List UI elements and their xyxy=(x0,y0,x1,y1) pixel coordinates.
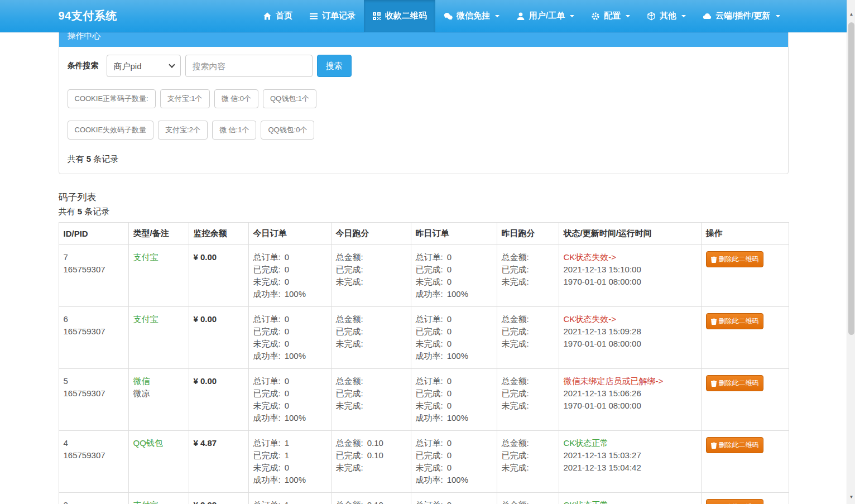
search-button[interactable]: 搜索 xyxy=(317,55,352,77)
cell-status-times: CK状态正常2021-12-13 14:53:23 xyxy=(559,493,701,504)
stat-label: 已完成: xyxy=(253,265,281,274)
nav-item-cloud[interactable]: 云端/插件/更新 xyxy=(694,0,788,32)
delete-qrcode-button[interactable]: 删除此二维码 xyxy=(706,313,763,329)
cookie-badge[interactable]: COOKIE正常码子数量: xyxy=(68,89,156,108)
stat-label: 总订单: xyxy=(253,500,281,504)
column-header: 昨日跑分 xyxy=(497,223,559,245)
stat-label: 已完成: xyxy=(336,388,363,398)
wechat-icon xyxy=(444,12,453,21)
cookie-badge[interactable]: COOKIE失效码子数量 xyxy=(68,121,154,140)
trash-icon xyxy=(710,380,717,387)
stat-value: 0 xyxy=(447,314,451,324)
cell-id-pid: 7165759307 xyxy=(59,245,128,307)
stat-label: 成功率: xyxy=(416,351,443,361)
stat-label: 总金额: xyxy=(336,500,363,504)
caret-down-icon xyxy=(776,15,780,17)
stat-label: 未完成: xyxy=(502,463,529,472)
delete-qrcode-button[interactable]: 删除此二维码 xyxy=(706,375,763,391)
cookie-badge[interactable]: 支付宝:2个 xyxy=(158,121,208,140)
update-time: 2021-12-13 15:06:26 xyxy=(564,387,697,400)
stat-value: 100% xyxy=(285,413,306,423)
cell-type-note: 支付宝 xyxy=(128,245,189,307)
stat-label: 总金额: xyxy=(502,376,529,386)
cookie-badge[interactable]: 支付宝:1个 xyxy=(160,89,210,108)
qrcode-icon xyxy=(372,12,381,21)
pay-type: 微信 xyxy=(133,375,184,387)
stat-value: 0 xyxy=(447,339,451,348)
status-text: CK状态失效-> xyxy=(564,313,697,325)
cookie-badge[interactable]: QQ钱包:1个 xyxy=(263,89,316,108)
cell-type-note: 微信微凉 xyxy=(128,369,189,431)
run-time: 1970-01-01 08:00:00 xyxy=(564,338,697,350)
nav-item-qrcode[interactable]: 收款二维码 xyxy=(364,0,435,32)
stat-line: 成功率:100% xyxy=(253,350,326,362)
update-time: 2021-12-13 15:10:00 xyxy=(564,263,697,276)
column-header: 今日跑分 xyxy=(331,223,411,245)
stat-label: 成功率: xyxy=(253,289,281,299)
cookie-badge[interactable]: 微 信:1个 xyxy=(212,121,256,140)
column-header: 类型/备注 xyxy=(128,223,189,245)
merchant-pid-select[interactable]: 商户pid xyxy=(107,55,181,77)
column-header: 今日订单 xyxy=(248,223,331,245)
stat-label: 总金额: xyxy=(336,252,363,262)
nav-item-qrcode-label: 收款二维码 xyxy=(385,11,427,21)
update-time: 2021-12-13 15:03:27 xyxy=(564,449,697,462)
stat-value: 100% xyxy=(285,289,306,299)
record-id: 7 xyxy=(64,251,124,263)
stat-label: 未完成: xyxy=(502,277,529,286)
trash-icon xyxy=(710,256,717,263)
stat-label: 已完成: xyxy=(416,388,443,398)
run-time: 1970-01-01 08:00:00 xyxy=(564,276,697,288)
pay-type: 支付宝 xyxy=(133,251,184,263)
delete-qrcode-button[interactable]: 删除此二维码 xyxy=(706,499,763,504)
list-record-count: 共有 5 条记录 xyxy=(59,207,789,217)
stat-label: 成功率: xyxy=(416,413,443,423)
cell-actions: 删除此二维码 xyxy=(701,493,789,504)
cookie-badge-rows: COOKIE正常码子数量:支付宝:1个微 信:0个QQ钱包:1个COOKIE失效… xyxy=(68,89,780,140)
status-text: CK状态正常 xyxy=(564,437,697,449)
stat-line: 成功率:100% xyxy=(253,474,326,486)
stat-line: 未完成: xyxy=(336,462,406,474)
delete-button-label: 删除此二维码 xyxy=(719,255,759,264)
stat-line: 总订单:0 xyxy=(416,499,492,504)
delete-button-label: 删除此二维码 xyxy=(719,316,759,326)
delete-qrcode-button[interactable]: 删除此二维码 xyxy=(706,437,763,453)
cell-today-orders: 总订单:1已完成:1未完成:0成功率:100% xyxy=(248,431,331,493)
cell-id-pid: 2165759307 xyxy=(59,493,128,504)
search-label: 条件搜索 xyxy=(68,61,99,71)
stat-line: 未完成:0 xyxy=(416,338,492,350)
cookie-badge[interactable]: 微 信:0个 xyxy=(214,89,258,108)
stat-line: 已完成:0 xyxy=(416,387,492,400)
panel-body: 条件搜索 商户pid 搜索 COOKIE正常码子数量:支付宝:1个微 信:0个Q… xyxy=(59,47,788,174)
stat-value: 0 xyxy=(447,388,451,398)
stat-line: 总订单:0 xyxy=(253,375,326,387)
delete-button-label: 删除此二维码 xyxy=(719,378,759,388)
stat-label: 未完成: xyxy=(502,401,529,410)
stat-label: 总订单: xyxy=(253,252,281,262)
stat-label: 未完成: xyxy=(416,463,443,472)
stat-value: 0 xyxy=(447,277,451,286)
nav-item-config[interactable]: 配置 xyxy=(583,0,638,32)
nav-item-home[interactable]: 首页 xyxy=(254,0,301,32)
cookie-badge[interactable]: QQ钱包:0个 xyxy=(261,121,314,140)
nav-item-config-label: 配置 xyxy=(604,11,621,21)
stat-line: 总金额: xyxy=(502,251,554,263)
nav-item-wechat-label: 微信免挂 xyxy=(457,11,490,21)
nav-item-wechat[interactable]: 微信免挂 xyxy=(435,0,508,32)
stat-line: 成功率:100% xyxy=(253,412,326,424)
stat-value: 100% xyxy=(447,413,468,423)
nav-item-other[interactable]: 其他 xyxy=(638,0,694,32)
stat-line: 未完成: xyxy=(502,276,554,288)
stat-line: 已完成: xyxy=(336,263,406,276)
stat-line: 未完成: xyxy=(336,276,406,288)
column-header: 状态/更新时间/运行时间 xyxy=(559,223,701,245)
stat-line: 未完成:0 xyxy=(416,400,492,412)
stat-label: 总金额: xyxy=(502,500,529,504)
nav-item-orders[interactable]: 订单记录 xyxy=(301,0,364,32)
search-input[interactable] xyxy=(185,55,313,77)
cell-type-note: 支付宝 xyxy=(128,307,189,369)
delete-qrcode-button[interactable]: 删除此二维码 xyxy=(706,251,763,267)
brand-title[interactable]: 94支付系统 xyxy=(59,8,117,23)
nav-item-users[interactable]: 用户/工单 xyxy=(508,0,583,32)
count-prefix: 共有 xyxy=(68,154,84,164)
